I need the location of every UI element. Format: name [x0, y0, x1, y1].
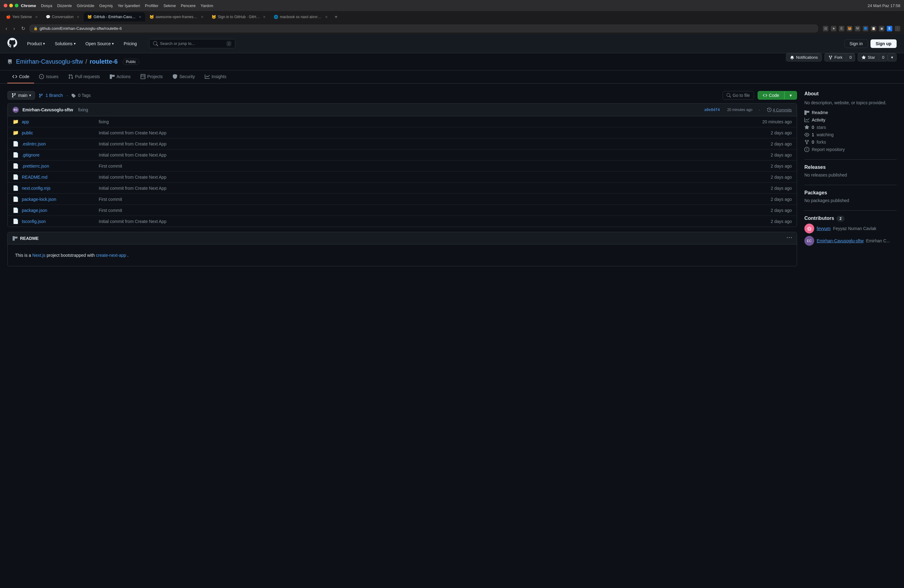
- tab-security[interactable]: Security: [168, 70, 200, 83]
- ext5-icon[interactable]: 📋: [871, 26, 876, 32]
- file-name-tsconfig[interactable]: tsconfig.json: [22, 219, 99, 224]
- readme-title: README: [20, 236, 39, 241]
- new-tab-button[interactable]: +: [332, 14, 340, 20]
- github-search[interactable]: Search or jump to... /: [149, 39, 235, 48]
- reload-button[interactable]: ↻: [19, 25, 27, 32]
- tab-favicon: 🐱: [149, 15, 154, 19]
- tab-close-button[interactable]: ✕: [263, 15, 266, 19]
- tab-label: Yeni Sekme: [12, 15, 32, 19]
- branch-count-link[interactable]: 1 Branch: [39, 93, 63, 98]
- code-button[interactable]: Code: [758, 91, 784, 100]
- readme-options[interactable]: [787, 235, 792, 241]
- file-commit-msg: Initial commit from Create Next App: [99, 186, 755, 191]
- file-name-packagelock[interactable]: package-lock.json: [22, 197, 99, 202]
- file-name-nextconfig[interactable]: next.config.mjs: [22, 186, 99, 191]
- repo-tabs: Code Issues Pull requests Actions Projec…: [0, 70, 904, 84]
- tab-close-button[interactable]: ✕: [201, 15, 204, 19]
- tab-close-button[interactable]: ✕: [35, 15, 38, 19]
- tab-signin-github[interactable]: 🐱 Sign in to GitHub · GitHub ✕: [208, 12, 269, 22]
- forward-button[interactable]: ›: [11, 25, 17, 32]
- window-controls[interactable]: [4, 4, 19, 7]
- ext3-icon[interactable]: M: [855, 26, 860, 32]
- nav-pricing[interactable]: Pricing: [121, 40, 139, 47]
- file-name-gitignore[interactable]: .gitignore: [22, 153, 99, 158]
- more-button[interactable]: ⋮: [895, 26, 900, 32]
- file-icon: 📄: [13, 196, 19, 202]
- maximize-button[interactable]: [15, 4, 19, 7]
- fork-button[interactable]: Fork: [824, 53, 847, 62]
- back-button[interactable]: ‹: [4, 25, 9, 32]
- tab-close-button[interactable]: ✕: [139, 15, 141, 19]
- sidebar-icon[interactable]: ▣: [879, 26, 884, 32]
- contributor-username-1[interactable]: feyyum: [817, 226, 831, 231]
- contributor-username-2[interactable]: Emirhan-Cavusoglu-sftw: [817, 238, 864, 243]
- star-dropdown[interactable]: ▾: [888, 53, 897, 62]
- url-input[interactable]: 🔒 github.com/Emirhan-Cavusoglu-sftw/roul…: [30, 25, 818, 32]
- signin-button[interactable]: Sign in: [844, 40, 868, 48]
- tab-code[interactable]: Code: [7, 70, 34, 83]
- file-name-app[interactable]: app: [22, 119, 99, 124]
- bookmark-icon[interactable]: ★: [831, 26, 836, 32]
- tab-github-active[interactable]: 🐱 GitHub - Emirhan-Cavusog... ✕: [84, 12, 145, 22]
- stars-item[interactable]: 0 stars: [804, 125, 897, 130]
- menu-file[interactable]: Dosya: [41, 3, 52, 8]
- tab-actions[interactable]: Actions: [105, 70, 136, 83]
- ext2-icon[interactable]: 🐯: [847, 26, 852, 32]
- github-logo[interactable]: [7, 38, 17, 49]
- nav-open-source[interactable]: Open Source ▾: [83, 40, 117, 47]
- menu-bookmarks[interactable]: Yer İşaretleri: [118, 3, 140, 8]
- close-button[interactable]: [4, 4, 7, 7]
- tab-insights[interactable]: Insights: [200, 70, 231, 83]
- file-name-readme[interactable]: README.md: [22, 175, 99, 180]
- menu-profiles[interactable]: Profiller: [145, 3, 158, 8]
- profile-icon[interactable]: E: [887, 26, 892, 32]
- menu-edit[interactable]: Düzenle: [57, 3, 72, 8]
- activity-link-item[interactable]: Activity: [804, 117, 897, 122]
- commit-hash[interactable]: a0e0df4: [704, 107, 720, 112]
- ext4-icon[interactable]: 🔵: [863, 26, 868, 32]
- go-to-file-btn[interactable]: Go to file: [722, 91, 754, 100]
- tab-conversation[interactable]: 💬 Conversation ✕: [42, 12, 83, 22]
- forks-item[interactable]: 0 forks: [804, 140, 897, 145]
- star-count[interactable]: 0: [879, 53, 888, 62]
- menu-tab[interactable]: Sekme: [163, 3, 175, 8]
- tab-macbook[interactable]: 🌐 macbook ss nasıl alınır - C... ✕: [270, 12, 332, 22]
- minimize-button[interactable]: [9, 4, 13, 7]
- branch-selector[interactable]: main ▾: [7, 91, 35, 100]
- menu-window[interactable]: Pencere: [181, 3, 196, 8]
- star-label: Star: [868, 55, 875, 60]
- tab-pull-requests[interactable]: Pull requests: [63, 70, 105, 83]
- repo-name[interactable]: roulette-6: [90, 58, 117, 65]
- commit-author[interactable]: Emirhan-Cavusoglu-sftw: [22, 107, 73, 112]
- notifications-button[interactable]: Notifications: [786, 53, 822, 62]
- watching-item[interactable]: 1 watching: [804, 132, 897, 137]
- ext1-icon[interactable]: E: [839, 26, 844, 32]
- menu-help[interactable]: Yardım: [201, 3, 213, 8]
- nav-solutions[interactable]: Solutions ▾: [52, 40, 78, 47]
- code-dropdown[interactable]: ▾: [784, 91, 797, 100]
- fork-count[interactable]: 0: [847, 53, 855, 62]
- menu-chrome[interactable]: Chrome: [21, 3, 36, 8]
- readme-nextjs-link[interactable]: Next.js: [32, 253, 46, 258]
- report-repo-item[interactable]: Report repository: [804, 147, 897, 152]
- tab-projects[interactable]: Projects: [136, 70, 168, 83]
- menu-history[interactable]: Geçmiş: [99, 3, 113, 8]
- signup-button[interactable]: Sign up: [871, 40, 897, 48]
- file-name-public[interactable]: public: [22, 130, 99, 135]
- tab-new-tab[interactable]: 🍎 Yeni Sekme ✕: [2, 12, 41, 22]
- file-name-packagejson[interactable]: package.json: [22, 208, 99, 213]
- tab-close-button[interactable]: ✕: [325, 15, 328, 19]
- readme-create-next-app-link[interactable]: create-next-app: [96, 253, 126, 258]
- tab-awesome-frames[interactable]: 🐱 awesome-open-frames/BO... ✕: [146, 12, 207, 22]
- file-name-eslint[interactable]: .eslintrc.json: [22, 141, 99, 146]
- tab-issues[interactable]: Issues: [34, 70, 63, 83]
- repo-owner-link[interactable]: Emirhan-Cavusoglu-sftw: [16, 58, 83, 65]
- readme-link-item[interactable]: Readme: [804, 110, 897, 115]
- star-button[interactable]: Star: [858, 53, 879, 62]
- commits-link[interactable]: 4 Commits: [767, 107, 792, 112]
- file-name-prettierrc[interactable]: .prettierrc.json: [22, 164, 99, 169]
- tab-close-button[interactable]: ✕: [77, 15, 79, 19]
- nav-product[interactable]: Product ▾: [25, 40, 47, 47]
- screen-mirror-icon[interactable]: ⊡: [823, 26, 828, 32]
- menu-view[interactable]: Görüntüle: [77, 3, 95, 8]
